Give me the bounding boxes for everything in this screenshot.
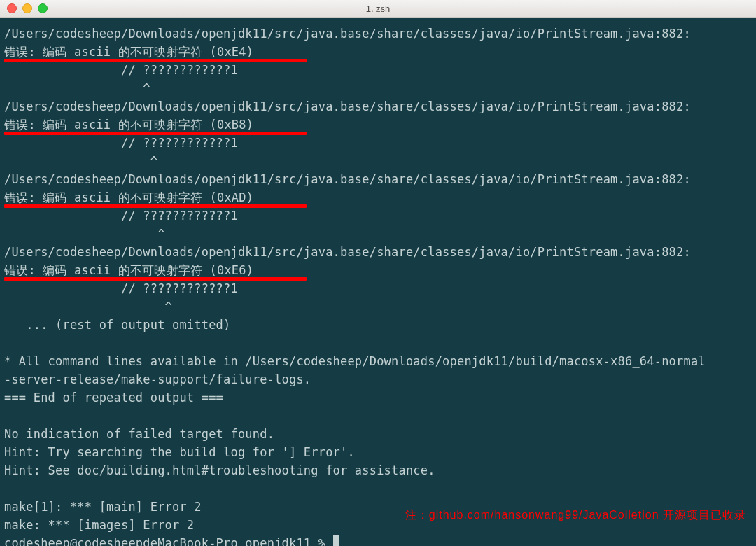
terminal-line: Hint: Try searching the build log for ']…: [4, 443, 752, 461]
error-path-line: /Users/codesheep/Downloads/openjdk11/src…: [4, 243, 752, 261]
shell-prompt[interactable]: codesheep@codesheepdeMacBook-Pro openjdk…: [4, 534, 752, 546]
window-title: 1. zsh: [0, 4, 756, 14]
terminal-line: === End of repeated output ===: [4, 388, 752, 407]
error-code-line: // ????????????1: [4, 134, 752, 152]
error-caret-line: ^: [4, 79, 752, 97]
error-message-line: 错误: 编码 ascii 的不可映射字符 (0xB8): [4, 115, 752, 134]
error-code-line: // ????????????1: [4, 206, 752, 225]
terminal-line: [4, 479, 752, 498]
terminal-line: Hint: See doc/building.html#troubleshoot…: [4, 461, 752, 479]
window-controls: [7, 4, 48, 13]
error-message-line: 错误: 编码 ascii 的不可映射字符 (0xE6): [4, 261, 752, 279]
close-icon[interactable]: [7, 4, 17, 13]
error-path-line: /Users/codesheep/Downloads/openjdk11/src…: [4, 24, 752, 43]
terminal-line: -server-release/make-support/failure-log…: [4, 370, 752, 388]
window-titlebar: 1. zsh: [0, 0, 756, 18]
error-caret-line: ^: [4, 152, 752, 170]
terminal-output[interactable]: /Users/codesheep/Downloads/openjdk11/src…: [0, 18, 756, 546]
footer-annotation: 注：github.com/hansonwang99/JavaColletion …: [405, 508, 746, 523]
prompt-text: codesheep@codesheepdeMacBook-Pro openjdk…: [4, 536, 333, 546]
error-message-line: 错误: 编码 ascii 的不可映射字符 (0xE4): [4, 43, 752, 61]
terminal-line: * All command lines available in /Users/…: [4, 352, 752, 370]
error-path-line: /Users/codesheep/Downloads/openjdk11/src…: [4, 97, 752, 115]
terminal-line: [4, 407, 752, 425]
terminal-line: ... (rest of output omitted): [4, 316, 752, 334]
error-message-line: 错误: 编码 ascii 的不可映射字符 (0xAD): [4, 188, 752, 206]
error-code-line: // ????????????1: [4, 61, 752, 79]
error-code-line: // ????????????1: [4, 279, 752, 298]
error-caret-line: ^: [4, 225, 752, 243]
cursor-icon: [333, 536, 340, 546]
minimize-icon[interactable]: [22, 4, 32, 13]
zoom-icon[interactable]: [38, 4, 48, 13]
terminal-line: No indication of failed target found.: [4, 425, 752, 443]
terminal-line: [4, 334, 752, 352]
error-path-line: /Users/codesheep/Downloads/openjdk11/src…: [4, 170, 752, 188]
error-caret-line: ^: [4, 298, 752, 316]
